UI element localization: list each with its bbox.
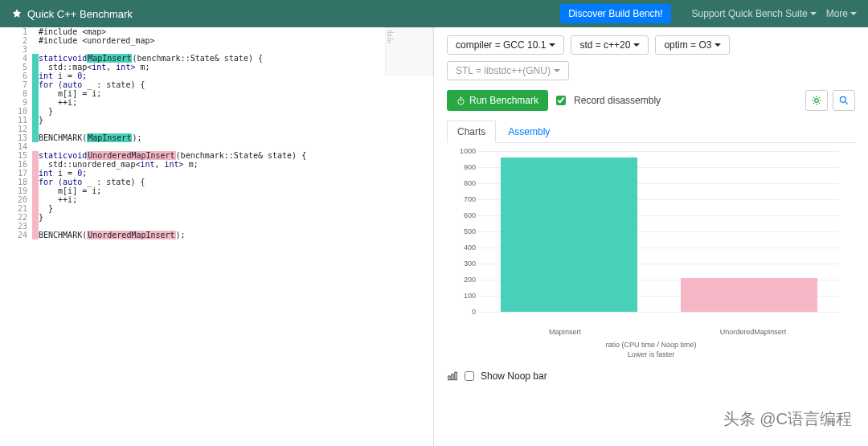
navbar: Quick C++ Benchmark Discover Build Bench… — [0, 0, 868, 27]
run-benchmark-button[interactable]: Run Benchmark — [447, 90, 548, 111]
svg-rect-7 — [452, 374, 453, 380]
benchmark-chart: 01002003004005006007008009001000 — [455, 151, 847, 328]
svg-rect-6 — [448, 376, 450, 380]
support-link[interactable]: Support Quick Bench Suite — [692, 8, 817, 19]
open-compiler-explorer-button[interactable] — [805, 90, 828, 111]
std-select[interactable]: std = c++20 — [571, 35, 649, 55]
compiler-select[interactable]: compiler = GCC 10.1 — [447, 35, 564, 55]
minimap[interactable]: ▬▬▬▬▬▬▬▬▬▬▬▬▬▬▬▬▬▬▬▬▬ — [385, 27, 433, 76]
chart-title: ratio (CPU time / Noop time)Lower is fas… — [447, 341, 855, 359]
record-disassembly-label: Record disassembly — [574, 95, 661, 106]
chevron-down-icon — [850, 12, 857, 15]
brand[interactable]: Quick C++ Benchmark — [11, 8, 133, 20]
chart-x-label: UnorderedMapInsert — [659, 328, 847, 336]
chart-bar[interactable] — [681, 278, 817, 312]
chevron-down-icon — [714, 43, 721, 47]
magnify-icon — [838, 95, 850, 106]
result-tabs: Charts Assembly — [447, 121, 855, 143]
svg-point-3 — [815, 99, 819, 103]
show-noop-checkbox[interactable] — [465, 371, 474, 381]
stopwatch-icon — [457, 96, 465, 105]
results-pane: compiler = GCC 10.1 std = c++20 optim = … — [434, 27, 868, 446]
chevron-down-icon — [549, 43, 555, 47]
gear-ce-icon — [811, 95, 822, 106]
chevron-down-icon — [633, 43, 640, 47]
chevron-down-icon — [810, 12, 817, 15]
share-button[interactable] — [833, 90, 855, 111]
record-disassembly-checkbox[interactable] — [556, 96, 566, 105]
chevron-down-icon — [554, 69, 560, 72]
run-button-label: Run Benchmark — [469, 95, 538, 106]
discover-build-bench-button[interactable]: Discover Build Bench! — [560, 4, 670, 23]
code-editor[interactable]: 123456789101112131415161718192021222324 … — [0, 27, 434, 446]
more-link[interactable]: More — [826, 8, 857, 19]
tab-assembly[interactable]: Assembly — [497, 121, 560, 142]
svg-line-5 — [845, 102, 848, 104]
optim-select[interactable]: optim = O3 — [655, 35, 730, 55]
tab-charts[interactable]: Charts — [447, 121, 496, 143]
rocket-icon — [11, 8, 23, 19]
stl-select[interactable]: STL = libstdc++(GNU) — [447, 61, 569, 80]
line-gutter: 123456789101112131415161718192021222324 — [0, 27, 32, 239]
brand-text: Quick C++ Benchmark — [27, 8, 133, 20]
chart-bar[interactable] — [501, 158, 637, 312]
svg-rect-8 — [455, 373, 457, 380]
code-content[interactable]: #include <map>#include <unordered_map>st… — [32, 27, 306, 239]
chart-icon — [447, 370, 458, 382]
chart-x-label: MapInsert — [471, 328, 659, 336]
show-noop-label: Show Noop bar — [481, 370, 547, 382]
svg-point-4 — [840, 96, 845, 102]
